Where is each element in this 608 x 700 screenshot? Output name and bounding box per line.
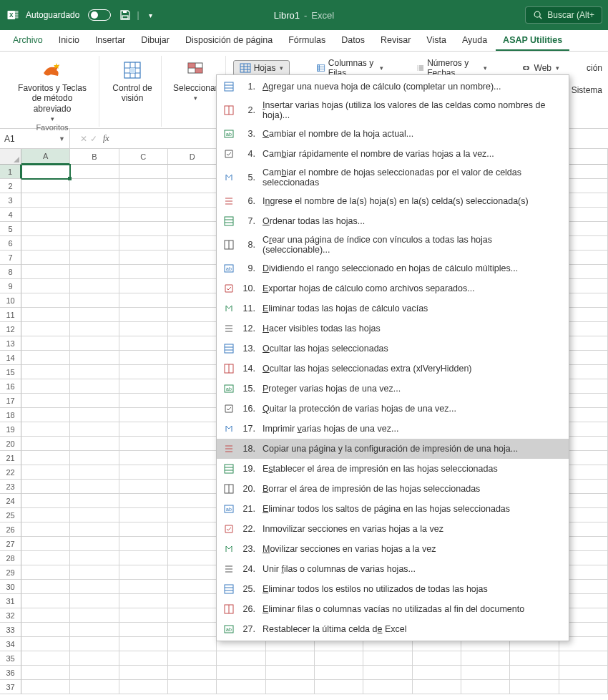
cell[interactable]: [363, 651, 412, 666]
cell[interactable]: [21, 208, 70, 222]
cell[interactable]: [21, 322, 70, 336]
cell[interactable]: [119, 680, 168, 694]
cell[interactable]: [168, 193, 217, 208]
cell[interactable]: [168, 293, 217, 308]
row-header[interactable]: 10: [0, 293, 21, 308]
cell[interactable]: [168, 522, 217, 537]
row-header[interactable]: 32: [0, 608, 21, 623]
cell[interactable]: [21, 522, 70, 537]
menu-item[interactable]: 22.Inmovilizar secciones en varias hojas…: [217, 519, 569, 539]
cell[interactable]: [70, 208, 119, 222]
cell[interactable]: [21, 637, 70, 651]
row-header[interactable]: 17: [0, 394, 21, 408]
cell[interactable]: [461, 680, 510, 694]
cell[interactable]: [21, 451, 70, 465]
cell[interactable]: [21, 537, 70, 551]
cell[interactable]: [168, 236, 217, 251]
menu-item[interactable]: 4.Cambiar rápidamente el nombre de varia…: [217, 144, 569, 164]
cell[interactable]: [119, 236, 168, 251]
cell[interactable]: [21, 236, 70, 251]
cell[interactable]: [21, 308, 70, 322]
tab-insert[interactable]: Insertar: [88, 31, 132, 51]
menu-item[interactable]: 5.Cambiar el nombre de hojas seleccionad…: [217, 164, 569, 191]
row-header[interactable]: 33: [0, 623, 21, 637]
cell[interactable]: [119, 208, 168, 222]
tab-formulas[interactable]: Fórmulas: [281, 31, 333, 51]
cell[interactable]: [119, 537, 168, 551]
cell[interactable]: [70, 637, 119, 651]
favorites-shortcuts-button[interactable]: Favoritos y Teclas de método abreviado ▾: [10, 56, 94, 123]
row-header[interactable]: 3: [0, 193, 21, 208]
tab-draw[interactable]: Dibujar: [134, 31, 177, 51]
cell[interactable]: [21, 480, 70, 494]
tab-view[interactable]: Vista: [419, 31, 453, 51]
menu-item[interactable]: ab27.Restablecer la última celda de Exce…: [217, 619, 569, 639]
menu-item[interactable]: 8.Crear una página de índice con vínculo…: [217, 231, 569, 258]
cell[interactable]: [119, 265, 168, 279]
cell[interactable]: [119, 651, 168, 666]
row-header[interactable]: 23: [0, 480, 21, 494]
cell[interactable]: [168, 637, 217, 651]
cell[interactable]: [168, 508, 217, 522]
row-header[interactable]: 18: [0, 408, 21, 422]
cell[interactable]: [168, 565, 217, 580]
cell[interactable]: [168, 251, 217, 265]
cell[interactable]: [70, 408, 119, 422]
row-header[interactable]: 19: [0, 422, 21, 437]
cell[interactable]: [21, 408, 70, 422]
cell[interactable]: [168, 422, 217, 437]
cell[interactable]: [168, 580, 217, 594]
cell[interactable]: [21, 193, 70, 208]
cell[interactable]: [21, 680, 70, 694]
cell[interactable]: [119, 637, 168, 651]
cell[interactable]: [70, 623, 119, 637]
menu-item[interactable]: 20.Borrar el área de impresión de las ho…: [217, 479, 569, 499]
cell[interactable]: [363, 680, 412, 694]
menu-item[interactable]: 7.Ordenar todas las hojas...: [217, 211, 569, 231]
insert-function-icon[interactable]: fx: [100, 133, 112, 144]
menu-item[interactable]: ab15.Proteger varias hojas de una vez...: [217, 379, 569, 399]
cell[interactable]: [70, 651, 119, 666]
cell[interactable]: [168, 336, 217, 351]
cell[interactable]: [21, 351, 70, 365]
cell[interactable]: [119, 222, 168, 236]
tell-me-search[interactable]: Buscar (Alt+: [525, 6, 602, 24]
cell[interactable]: [168, 322, 217, 336]
cell[interactable]: [119, 422, 168, 437]
cell[interactable]: [21, 165, 70, 179]
cell[interactable]: [70, 279, 119, 293]
cell[interactable]: [70, 336, 119, 351]
menu-item[interactable]: 13.Ocultar las hojas seleccionadas: [217, 339, 569, 359]
cell[interactable]: [21, 265, 70, 279]
menu-item[interactable]: 17.Imprimir varias hojas de una vez...: [217, 419, 569, 439]
cell[interactable]: [21, 394, 70, 408]
cell[interactable]: [70, 265, 119, 279]
cell[interactable]: [119, 608, 168, 623]
cell[interactable]: [21, 279, 70, 293]
cell[interactable]: [168, 437, 217, 451]
menu-item[interactable]: 1.Agregar una nueva hoja de cálculo (com…: [217, 77, 569, 97]
cell[interactable]: [21, 465, 70, 480]
menu-item[interactable]: 19.Establecer el área de impresión en la…: [217, 459, 569, 479]
menu-item[interactable]: 11.Eliminar todas las hojas de cálculo v…: [217, 298, 569, 319]
cell[interactable]: [119, 322, 168, 336]
cell[interactable]: [119, 480, 168, 494]
cell[interactable]: [119, 351, 168, 365]
cell[interactable]: [510, 680, 559, 694]
qat-customize-icon[interactable]: ▾: [145, 9, 157, 21]
cell[interactable]: [119, 465, 168, 480]
row-header[interactable]: 20: [0, 437, 21, 451]
cell[interactable]: [70, 437, 119, 451]
cell[interactable]: [119, 451, 168, 465]
row-header[interactable]: 31: [0, 594, 21, 608]
cell[interactable]: [21, 580, 70, 594]
cell[interactable]: [21, 608, 70, 623]
cell[interactable]: [21, 336, 70, 351]
row-header[interactable]: 34: [0, 637, 21, 651]
web-dropdown-button[interactable]: Web: [514, 61, 565, 75]
cell[interactable]: [510, 666, 559, 680]
cancel-formula-icon[interactable]: ✕: [80, 134, 87, 144]
cell[interactable]: [315, 666, 363, 680]
cell[interactable]: [119, 594, 168, 608]
row-header[interactable]: 22: [0, 465, 21, 480]
